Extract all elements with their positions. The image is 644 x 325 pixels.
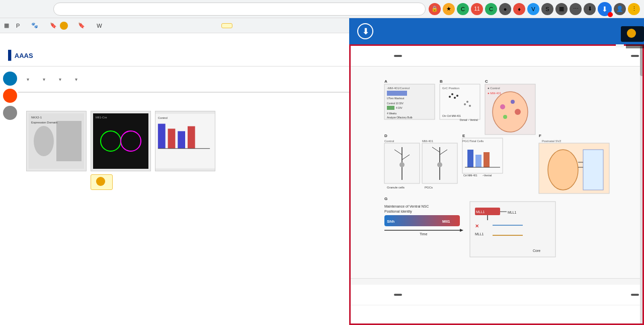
- svg-text:● Control: ● Control: [488, 87, 500, 90]
- extension-icon3[interactable]: C: [485, 3, 497, 15]
- right-toolbar-1: [351, 46, 644, 67]
- click-download-tooltip: [221, 23, 232, 28]
- nav-contents[interactable]: ▾: [20, 75, 34, 84]
- svg-text:Control: Control: [384, 140, 394, 143]
- journals-chevron-icon: ▾: [75, 77, 77, 82]
- bookmark-xi[interactable]: 🔖: [75, 21, 90, 30]
- bookmark-pubmed[interactable]: P: [13, 22, 24, 30]
- svg-rect-65: [475, 155, 481, 167]
- article-text: [18, 93, 349, 107]
- svg-text:GrC Position: GrC Position: [442, 87, 459, 90]
- svg-text:Chr Ctrl MM-401: Chr Ctrl MM-401: [442, 114, 461, 117]
- step2-tooltip: [91, 174, 113, 190]
- address-bar[interactable]: [53, 3, 426, 16]
- linkedin-icon[interactable]: [3, 72, 17, 86]
- bookmark-mouse[interactable]: 🔖: [47, 21, 71, 31]
- news-chevron-icon: ▾: [43, 77, 45, 82]
- svg-rect-75: [583, 150, 603, 190]
- svg-text:Time: Time: [420, 232, 427, 236]
- aaas-logo: ▌AAAS: [8, 50, 33, 60]
- svg-point-1: [34, 126, 54, 156]
- science-nav: ▾ ▾ ▾ ▾: [0, 67, 349, 93]
- nav-items: ▾ ▾ ▾ ▾: [20, 75, 83, 84]
- email-icon[interactable]: [3, 106, 17, 120]
- back-button[interactable]: [4, 2, 18, 16]
- svg-point-31: [454, 97, 456, 99]
- svg-text:NKX2-1: NKX2-1: [31, 116, 42, 119]
- svg-rect-66: [484, 152, 490, 167]
- menu-icon[interactable]: ⋮: [628, 3, 640, 15]
- download-figure-button[interactable]: [375, 49, 389, 63]
- extension-icon2[interactable]: 11: [471, 3, 483, 15]
- bookmark-baidu[interactable]: 🐾: [28, 21, 43, 30]
- extension-icon7[interactable]: S: [541, 3, 553, 15]
- svg-text:PGC/Total Cells: PGC/Total Cells: [462, 140, 484, 143]
- svg-text:Mll1: Mll1: [442, 219, 450, 224]
- forward-button[interactable]: [20, 2, 34, 16]
- right-scrollbar[interactable]: [640, 46, 644, 325]
- browser-bar: 🔒 ★ C 11 C ● ♦ V S ▦ ⋯ ⬇ ⬇ 👤 ⋮: [0, 0, 644, 18]
- figure-thumb-3: Control: [155, 111, 215, 171]
- image-size-badge-1: [631, 55, 639, 57]
- extension-icon1[interactable]: C: [457, 3, 469, 15]
- download-images-bar: ⬇: [349, 18, 644, 44]
- extension-icon6[interactable]: V: [527, 3, 539, 15]
- figure-thumb-1: NKX2-1 Expression Domain: [26, 111, 87, 171]
- svg-text:Analyze Olfactory Bulb: Analyze Olfactory Bulb: [387, 116, 413, 119]
- svg-text:✕: ✕: [475, 223, 479, 229]
- right-panel: A -MM-401/Control UToro Washout Control …: [349, 44, 644, 325]
- svg-text:UToro Washout: UToro Washout: [387, 97, 405, 100]
- xi-icon: 🔖: [78, 22, 85, 29]
- nav-careers[interactable]: ▾: [52, 75, 66, 84]
- svg-point-44: [511, 100, 515, 104]
- nav-news[interactable]: ▾: [36, 75, 50, 84]
- bookmark-program[interactable]: W: [94, 22, 106, 30]
- svg-rect-10: [158, 124, 166, 149]
- open-external-button[interactable]: [356, 49, 370, 63]
- svg-text:Control: Control: [158, 116, 168, 119]
- figure-area: NKX2-1 Expression Domain Mll1-Cre: [18, 107, 349, 179]
- svg-point-60: [437, 162, 442, 167]
- svg-text:Core: Core: [533, 249, 540, 252]
- profile-icon[interactable]: 👤: [614, 3, 626, 15]
- reddit-icon[interactable]: [3, 89, 17, 103]
- imageye-download-button[interactable]: ⬇: [598, 2, 612, 16]
- figure-svg: A -MM-401/Control UToro Washout Control …: [382, 77, 613, 268]
- nav-journals[interactable]: ▾: [68, 75, 83, 84]
- step3-badge: [60, 22, 68, 30]
- figure-thumb-2: Mll1-Cre: [91, 111, 151, 171]
- svg-text:A: A: [384, 79, 387, 84]
- collapse-button-1[interactable]: [394, 55, 402, 57]
- svg-text:MM-401: MM-401: [422, 140, 434, 143]
- w-icon: W: [97, 23, 102, 29]
- tongji-label: [626, 44, 644, 48]
- svg-text:Expression Domain: Expression Domain: [31, 121, 57, 124]
- search-label[interactable]: [616, 44, 624, 47]
- download-images-button[interactable]: ⬇: [357, 23, 377, 39]
- extension-icon5[interactable]: ♦: [513, 3, 525, 15]
- left-panel: ▌AAAS ▾ ▾ ▾ ▾: [0, 44, 349, 325]
- social-icons: [0, 67, 18, 125]
- svg-point-74: [548, 150, 578, 190]
- image-size-badge-2: [631, 294, 639, 296]
- open-external-button-2[interactable]: [356, 288, 370, 302]
- extension-icon8[interactable]: ▦: [555, 3, 568, 15]
- extension-icon9[interactable]: ⋯: [570, 3, 582, 15]
- svg-text:● MM-401: ● MM-401: [488, 92, 502, 95]
- svg-rect-11: [168, 128, 176, 148]
- download-figure-button-2[interactable]: [375, 288, 389, 302]
- svg-text:Ctrl MM-401: Ctrl MM-401: [463, 174, 477, 177]
- extension-icon4[interactable]: ●: [499, 3, 511, 15]
- svg-rect-2: [56, 121, 82, 161]
- apps-label[interactable]: ▦: [4, 22, 9, 29]
- scrollbar-thumb[interactable]: [640, 46, 644, 76]
- refresh-button[interactable]: [36, 2, 50, 16]
- svg-text:G: G: [384, 197, 387, 201]
- extension-icon10[interactable]: ⬇: [584, 3, 596, 15]
- collapse-button-2[interactable]: [394, 294, 402, 296]
- figure-image-container: A -MM-401/Control UToro Washout Control …: [351, 67, 644, 278]
- bookmark-icon[interactable]: ★: [443, 3, 455, 15]
- svg-text:Positional Identity: Positional Identity: [384, 210, 412, 214]
- download-circle-icon: ⬇: [357, 23, 373, 39]
- careers-chevron-icon: ▾: [59, 77, 61, 82]
